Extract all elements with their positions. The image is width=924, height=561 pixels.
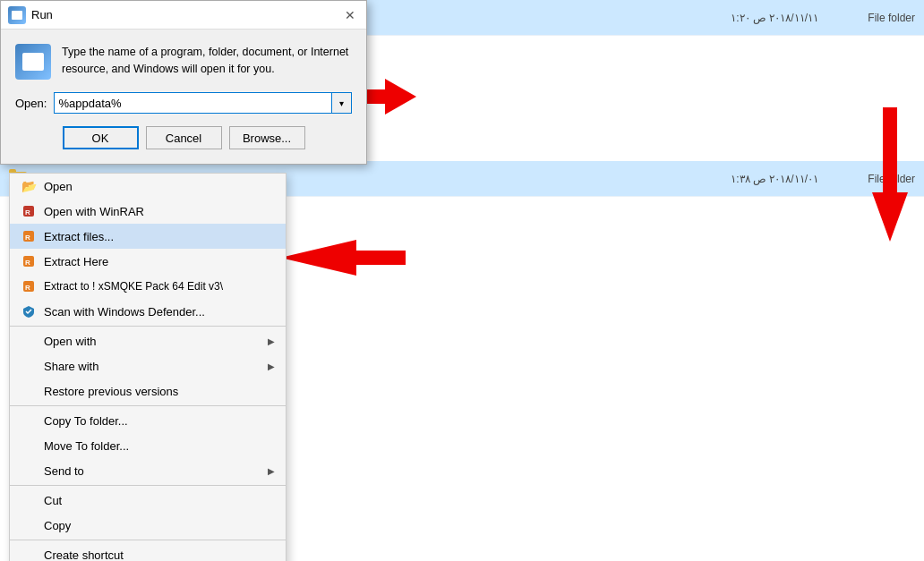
browse-button[interactable]: Browse...	[229, 126, 305, 149]
run-input[interactable]	[54, 92, 332, 114]
extract-to-icon: R	[21, 278, 37, 294]
ctx-restore-versions[interactable]: Restore previous versions	[10, 378, 286, 404]
ctx-open-winrar-label: Open with WinRAR	[44, 205, 275, 218]
send-to-icon	[21, 463, 37, 479]
cut-icon	[21, 492, 37, 508]
open-icon: 📂	[21, 178, 37, 194]
winrar-icon: R	[21, 203, 37, 219]
ctx-open-with[interactable]: Open with ▶	[10, 328, 286, 353]
ctx-sep-1	[10, 326, 286, 327]
svg-marker-1	[872, 107, 908, 242]
create-shortcut-icon	[21, 547, 37, 561]
run-open-row: Open: ▾	[15, 92, 352, 114]
arrow-left-icon	[280, 240, 406, 276]
run-desc-icon	[15, 44, 51, 80]
run-title-left: Run	[8, 6, 53, 24]
ctx-copy-label: Copy	[44, 519, 275, 532]
ctx-scan-defender[interactable]: Scan with Windows Defender...	[10, 299, 286, 324]
share-with-icon	[21, 358, 37, 374]
extract-here-icon: R	[21, 253, 37, 269]
defender-icon	[21, 303, 37, 319]
run-body: Type the name of a program, folder, docu…	[1, 30, 366, 164]
svg-text:R: R	[25, 284, 30, 292]
svg-text:R: R	[25, 208, 30, 217]
ctx-sep-2	[10, 405, 286, 406]
svg-text:R: R	[25, 234, 30, 242]
ok-button[interactable]: OK	[63, 126, 139, 149]
run-input-container: ▾	[54, 92, 352, 114]
open-label: Open:	[15, 97, 47, 110]
ctx-cut-label: Cut	[44, 494, 275, 507]
ctx-open[interactable]: 📂 Open	[10, 174, 286, 199]
ctx-extract-to-label: Extract to ! xSMQKE Pack 64 Edit v3\	[44, 280, 275, 293]
run-dropdown-button[interactable]: ▾	[332, 92, 352, 114]
ctx-send-to-label: Send to	[44, 464, 261, 478]
run-title-text: Run	[31, 8, 53, 21]
svg-marker-2	[280, 240, 406, 276]
ctx-copy[interactable]: Copy	[10, 513, 286, 538]
send-to-arrow-icon: ▶	[268, 466, 275, 476]
copy-to-icon	[21, 412, 37, 429]
folder-date-minecraft: ٢٠١٨/١١/١١ ص ١:٢٠	[675, 12, 818, 24]
ctx-copy-to[interactable]: Copy To folder...	[10, 408, 286, 433]
run-buttons: OK Cancel Browse...	[15, 126, 352, 149]
ctx-extract-to[interactable]: R Extract to ! xSMQKE Pack 64 Edit v3\	[10, 274, 286, 299]
open-with-arrow-icon: ▶	[268, 336, 275, 346]
run-description: Type the name of a program, folder, docu…	[62, 44, 352, 78]
ctx-send-to[interactable]: Send to ▶	[10, 458, 286, 483]
open-with-icon	[21, 333, 37, 349]
ctx-restore-versions-label: Restore previous versions	[44, 385, 275, 398]
ctx-share-with[interactable]: Share with ▶	[10, 353, 286, 378]
cancel-button[interactable]: Cancel	[146, 126, 222, 149]
run-dialog: Run ✕ Type the name of a program, folder…	[0, 0, 367, 165]
move-to-icon	[21, 438, 37, 454]
svg-text:R: R	[25, 259, 30, 267]
ctx-create-shortcut-label: Create shortcut	[44, 548, 275, 562]
ctx-open-label: Open	[44, 180, 275, 193]
ctx-copy-to-label: Copy To folder...	[44, 414, 275, 428]
context-menu: 📂 Open R Open with WinRAR R Extract file…	[9, 173, 287, 561]
ctx-move-to[interactable]: Move To folder...	[10, 433, 286, 458]
restore-versions-icon	[21, 383, 37, 399]
copy-icon	[21, 517, 37, 533]
ctx-share-with-label: Share with	[44, 360, 261, 373]
ctx-extract-files-label: Extract files...	[44, 230, 275, 243]
ctx-sep-3	[10, 485, 286, 486]
ctx-cut[interactable]: Cut	[10, 488, 286, 513]
run-desc-row: Type the name of a program, folder, docu…	[15, 44, 352, 80]
ctx-scan-defender-label: Scan with Windows Defender...	[44, 305, 275, 319]
run-dialog-icon	[8, 6, 26, 24]
ctx-extract-here-label: Extract Here	[44, 255, 275, 268]
ctx-extract-here[interactable]: R Extract Here	[10, 249, 286, 274]
share-with-arrow-icon: ▶	[268, 361, 275, 371]
folder-date-resourcepacks: ٢٠١٨/١١/٠١ ص ١:٣٨	[675, 173, 818, 185]
run-icon-inner	[12, 11, 22, 20]
close-button[interactable]: ✕	[341, 6, 359, 24]
run-titlebar: Run ✕	[1, 1, 366, 30]
ctx-move-to-label: Move To folder...	[44, 439, 275, 453]
extract-files-icon: R	[21, 228, 37, 244]
ctx-create-shortcut[interactable]: Create shortcut	[10, 542, 286, 561]
ctx-extract-files[interactable]: R Extract files...	[10, 224, 286, 249]
ctx-sep-4	[10, 540, 286, 540]
run-desc-icon-inner	[22, 53, 44, 71]
folder-type-minecraft: File folder	[826, 12, 915, 24]
arrow-down-icon	[872, 107, 908, 242]
ctx-open-with-label: Open with	[44, 335, 261, 348]
ctx-open-winrar[interactable]: R Open with WinRAR	[10, 199, 286, 224]
